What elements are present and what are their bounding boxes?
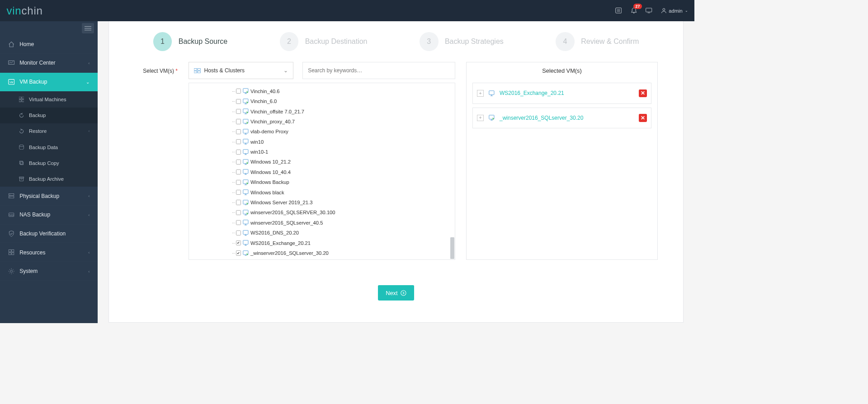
sidebar-item-nas-backup[interactable]: NAS NAS Backup ‹ bbox=[0, 206, 98, 225]
sidebar-item-vm-backup[interactable]: VM VM Backup ⌄ bbox=[0, 73, 98, 92]
step-backup-strategies[interactable]: 3 Backup Strategies bbox=[420, 32, 504, 51]
remove-button[interactable]: ✕ bbox=[639, 89, 647, 98]
task-log-icon[interactable] bbox=[615, 7, 622, 14]
vm-tree-item[interactable]: WS2016_DNS_20.20 bbox=[236, 228, 455, 238]
vm-tree-item[interactable]: Vinchin_6.0 bbox=[236, 96, 455, 106]
sub-item-backup-archive[interactable]: Backup Archive bbox=[0, 171, 98, 187]
svg-rect-48 bbox=[243, 129, 248, 133]
checkbox[interactable] bbox=[236, 250, 241, 255]
remove-button[interactable]: ✕ bbox=[639, 114, 647, 122]
checkbox[interactable] bbox=[236, 89, 241, 94]
step-number: 3 bbox=[420, 32, 439, 51]
checkbox[interactable] bbox=[236, 200, 241, 205]
checkbox[interactable] bbox=[236, 99, 241, 104]
search-input[interactable] bbox=[302, 62, 455, 79]
checkbox[interactable] bbox=[236, 109, 241, 114]
svg-rect-14 bbox=[22, 100, 24, 102]
vm-tree-item[interactable]: Windows 10_40.4 bbox=[236, 167, 455, 177]
sub-item-label: Backup bbox=[29, 113, 46, 118]
monitor-icon[interactable] bbox=[646, 7, 652, 14]
step-backup-destination[interactable]: 2 Backup Destination bbox=[280, 32, 368, 51]
sub-item-backup-data[interactable]: Backup Data bbox=[0, 139, 98, 155]
sub-item-label: Virtual Machines bbox=[29, 97, 66, 102]
sub-item-label: Backup Archive bbox=[29, 176, 64, 182]
next-button[interactable]: Next bbox=[378, 285, 415, 301]
checkbox[interactable] bbox=[236, 160, 241, 164]
svg-rect-12 bbox=[22, 97, 24, 99]
sub-item-backup[interactable]: Backup bbox=[0, 108, 98, 123]
select-vms-label: Select VM(s) * bbox=[134, 62, 178, 260]
logo: vinchin bbox=[6, 5, 42, 17]
sub-item-backup-copy[interactable]: Backup Copy bbox=[0, 155, 98, 171]
vm-tree-item[interactable]: win10-1 bbox=[236, 147, 455, 157]
chevron-left-icon: ‹ bbox=[88, 61, 90, 66]
checkbox[interactable] bbox=[236, 180, 241, 185]
sidebar-item-label: Physical Backup bbox=[19, 193, 59, 199]
sidebar-item-backup-verification[interactable]: Backup Verification bbox=[0, 225, 98, 244]
chevron-down-icon: ⌄ bbox=[86, 80, 90, 85]
vm-tree-item[interactable]: winserver2016_SQLSERVER_30.100 bbox=[236, 207, 455, 217]
vm-tree-item[interactable]: Windows Backup bbox=[236, 177, 455, 187]
checkbox[interactable] bbox=[236, 210, 241, 215]
checkbox[interactable] bbox=[236, 129, 241, 134]
vm-icon bbox=[243, 88, 249, 94]
user-menu[interactable]: admin ⌄ bbox=[661, 8, 688, 14]
sidebar-item-physical-backup[interactable]: Physical Backup ‹ bbox=[0, 187, 98, 206]
vm-label: winserver2016_SQLserver_40.5 bbox=[250, 220, 323, 225]
svg-rect-33 bbox=[198, 68, 200, 70]
checkbox[interactable] bbox=[236, 190, 241, 195]
sidebar-toggle[interactable] bbox=[82, 23, 94, 33]
checkbox[interactable] bbox=[236, 169, 241, 174]
svg-rect-21 bbox=[9, 193, 14, 195]
expand-button[interactable]: + bbox=[477, 90, 483, 96]
svg-rect-66 bbox=[243, 190, 248, 194]
sidebar-item-home[interactable]: Home bbox=[0, 35, 98, 54]
sidebar-item-resources[interactable]: Resources ‹ bbox=[0, 243, 98, 262]
selected-vms-header: Selected VM(s) bbox=[467, 62, 657, 79]
vm-tree-item[interactable]: Windows 10_21.2 bbox=[236, 157, 455, 167]
expand-button[interactable]: + bbox=[477, 115, 483, 121]
vm-tree-item[interactable]: Vinchin_proxy_40.7 bbox=[236, 117, 455, 127]
vm-label: Windows Backup bbox=[250, 179, 289, 185]
step-backup-source[interactable]: 1 Backup Source bbox=[153, 32, 228, 51]
vm-icon bbox=[489, 90, 495, 96]
restore-icon bbox=[18, 128, 24, 134]
vm-label: Windows 10_21.2 bbox=[250, 159, 291, 164]
svg-point-23 bbox=[9, 194, 10, 195]
vm-tree-item[interactable]: Vinchin_40.6 bbox=[236, 86, 455, 96]
vm-tree-item[interactable]: _winserver2016_SQLserver_30.20 bbox=[236, 248, 455, 258]
sub-item-virtual-machines[interactable]: Virtual Machines bbox=[0, 91, 98, 107]
checkbox[interactable] bbox=[236, 139, 241, 144]
step-review-confirm[interactable]: 4 Review & Confirm bbox=[556, 32, 639, 51]
svg-point-15 bbox=[19, 145, 24, 146]
sidebar-item-system[interactable]: System ‹ bbox=[0, 262, 98, 281]
step-label: Backup Source bbox=[179, 38, 228, 46]
vm-label: Windows Server 2019_21.3 bbox=[250, 200, 312, 205]
svg-rect-11 bbox=[19, 97, 21, 99]
bell-icon[interactable]: 27 bbox=[631, 7, 637, 14]
hosts-icon bbox=[194, 68, 200, 74]
vm-tree-item[interactable]: Windows Server 2019_21.3 bbox=[236, 197, 455, 207]
vm-tree-item[interactable]: vlab-demo Proxy bbox=[236, 127, 455, 136]
sidebar-item-monitor-center[interactable]: Monitor Center ‹ bbox=[0, 54, 98, 73]
vm-tree[interactable]: Vinchin_40.6Vinchin_6.0Vinchin_offsite 7… bbox=[189, 83, 455, 260]
svg-point-24 bbox=[9, 197, 10, 197]
svg-point-93 bbox=[401, 291, 406, 296]
vm-tree-item[interactable]: WS2016_Exchange_20.21 bbox=[236, 238, 455, 248]
vm-tree-item[interactable]: Windows black bbox=[236, 187, 455, 197]
sub-item-restore[interactable]: Restore ‹ bbox=[0, 123, 98, 139]
checkbox[interactable] bbox=[236, 119, 241, 124]
logo-suffix: chin bbox=[21, 5, 42, 17]
checkbox[interactable] bbox=[236, 150, 241, 155]
view-filter-select[interactable]: Hosts & Clusters ⌄ bbox=[189, 62, 293, 79]
vm-tree-item[interactable]: win10 bbox=[236, 137, 455, 147]
scrollbar-thumb[interactable] bbox=[450, 237, 455, 259]
checkbox[interactable] bbox=[236, 230, 241, 235]
vm-label: Vinchin_proxy_40.7 bbox=[250, 119, 295, 124]
svg-point-7 bbox=[663, 9, 665, 11]
vm-tree-item[interactable]: Vinchin_offsite 7.0_21.7 bbox=[236, 106, 455, 116]
vm-tree-item[interactable]: winserver2016_SQLserver_40.5 bbox=[236, 218, 455, 228]
checkbox[interactable] bbox=[236, 220, 241, 225]
checkbox[interactable] bbox=[236, 240, 241, 245]
svg-rect-19 bbox=[19, 178, 23, 181]
